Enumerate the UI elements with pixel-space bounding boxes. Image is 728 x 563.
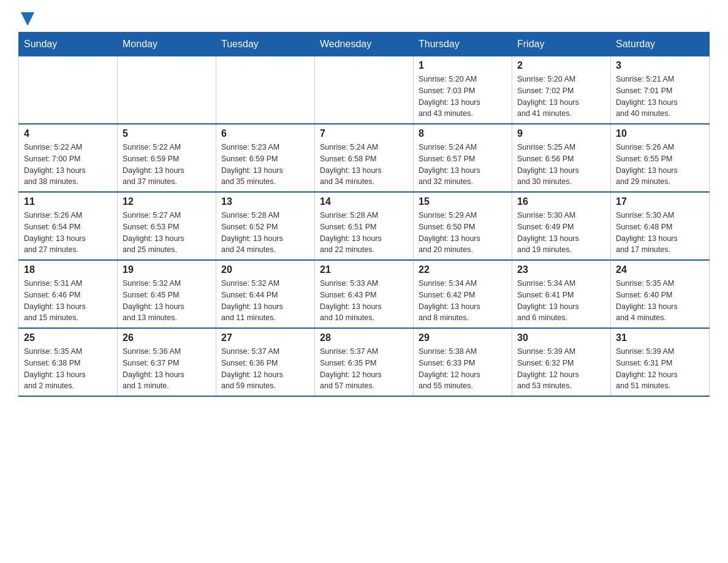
week-row-4: 18Sunrise: 5:31 AM Sunset: 6:46 PM Dayli… xyxy=(19,260,710,328)
day-number: 31 xyxy=(616,332,704,343)
day-info: Sunrise: 5:33 AM Sunset: 6:43 PM Dayligh… xyxy=(320,278,408,324)
logo-icon xyxy=(18,12,34,26)
day-cell: 20Sunrise: 5:32 AM Sunset: 6:44 PM Dayli… xyxy=(216,260,315,328)
week-row-3: 11Sunrise: 5:26 AM Sunset: 6:54 PM Dayli… xyxy=(19,192,710,260)
day-info: Sunrise: 5:29 AM Sunset: 6:50 PM Dayligh… xyxy=(419,210,507,256)
day-cell: 3Sunrise: 5:21 AM Sunset: 7:01 PM Daylig… xyxy=(611,56,710,124)
day-info: Sunrise: 5:30 AM Sunset: 6:48 PM Dayligh… xyxy=(616,210,704,256)
day-number: 14 xyxy=(320,196,408,207)
day-number: 5 xyxy=(123,128,211,139)
day-info: Sunrise: 5:26 AM Sunset: 6:55 PM Dayligh… xyxy=(616,142,704,188)
day-info: Sunrise: 5:28 AM Sunset: 6:51 PM Dayligh… xyxy=(320,210,408,256)
header-tuesday: Tuesday xyxy=(216,33,315,56)
day-info: Sunrise: 5:22 AM Sunset: 6:59 PM Dayligh… xyxy=(123,142,211,188)
header-wednesday: Wednesday xyxy=(315,33,414,56)
day-cell: 4Sunrise: 5:22 AM Sunset: 7:00 PM Daylig… xyxy=(19,124,118,192)
day-cell: 18Sunrise: 5:31 AM Sunset: 6:46 PM Dayli… xyxy=(19,260,118,328)
day-number: 1 xyxy=(419,60,507,71)
day-info: Sunrise: 5:35 AM Sunset: 6:40 PM Dayligh… xyxy=(616,278,704,324)
day-cell: 23Sunrise: 5:34 AM Sunset: 6:41 PM Dayli… xyxy=(512,260,611,328)
day-cell: 21Sunrise: 5:33 AM Sunset: 6:43 PM Dayli… xyxy=(315,260,414,328)
day-info: Sunrise: 5:35 AM Sunset: 6:38 PM Dayligh… xyxy=(24,346,112,392)
day-info: Sunrise: 5:39 AM Sunset: 6:32 PM Dayligh… xyxy=(517,346,605,392)
day-number: 6 xyxy=(221,128,309,139)
day-cell: 11Sunrise: 5:26 AM Sunset: 6:54 PM Dayli… xyxy=(19,192,118,260)
day-cell: 26Sunrise: 5:36 AM Sunset: 6:37 PM Dayli… xyxy=(118,328,216,396)
day-number: 10 xyxy=(616,128,704,139)
day-number: 24 xyxy=(616,264,704,275)
day-info: Sunrise: 5:28 AM Sunset: 6:52 PM Dayligh… xyxy=(221,210,309,256)
day-info: Sunrise: 5:20 AM Sunset: 7:03 PM Dayligh… xyxy=(419,74,507,120)
day-info: Sunrise: 5:38 AM Sunset: 6:33 PM Dayligh… xyxy=(419,346,507,392)
day-number: 8 xyxy=(419,128,507,139)
day-number: 29 xyxy=(419,332,507,343)
day-cell: 29Sunrise: 5:38 AM Sunset: 6:33 PM Dayli… xyxy=(414,328,512,396)
day-cell xyxy=(118,56,216,124)
day-number: 21 xyxy=(320,264,408,275)
day-info: Sunrise: 5:32 AM Sunset: 6:44 PM Dayligh… xyxy=(221,278,309,324)
day-info: Sunrise: 5:20 AM Sunset: 7:02 PM Dayligh… xyxy=(517,74,605,120)
header-thursday: Thursday xyxy=(414,33,512,56)
day-number: 23 xyxy=(517,264,605,275)
svg-marker-0 xyxy=(21,12,34,26)
day-info: Sunrise: 5:26 AM Sunset: 6:54 PM Dayligh… xyxy=(24,210,112,256)
day-cell: 2Sunrise: 5:20 AM Sunset: 7:02 PM Daylig… xyxy=(512,56,611,124)
day-cell: 13Sunrise: 5:28 AM Sunset: 6:52 PM Dayli… xyxy=(216,192,315,260)
header-friday: Friday xyxy=(512,33,611,56)
day-info: Sunrise: 5:25 AM Sunset: 6:56 PM Dayligh… xyxy=(517,142,605,188)
day-number: 27 xyxy=(221,332,309,343)
day-info: Sunrise: 5:32 AM Sunset: 6:45 PM Dayligh… xyxy=(123,278,211,324)
day-cell xyxy=(216,56,315,124)
day-number: 16 xyxy=(517,196,605,207)
day-cell: 7Sunrise: 5:24 AM Sunset: 6:58 PM Daylig… xyxy=(315,124,414,192)
day-info: Sunrise: 5:36 AM Sunset: 6:37 PM Dayligh… xyxy=(123,346,211,392)
day-cell: 8Sunrise: 5:24 AM Sunset: 6:57 PM Daylig… xyxy=(414,124,512,192)
calendar-header-row: SundayMondayTuesdayWednesdayThursdayFrid… xyxy=(19,33,710,56)
day-cell: 22Sunrise: 5:34 AM Sunset: 6:42 PM Dayli… xyxy=(414,260,512,328)
week-row-2: 4Sunrise: 5:22 AM Sunset: 7:00 PM Daylig… xyxy=(19,124,710,192)
day-cell: 1Sunrise: 5:20 AM Sunset: 7:03 PM Daylig… xyxy=(414,56,512,124)
day-info: Sunrise: 5:37 AM Sunset: 6:36 PM Dayligh… xyxy=(221,346,309,392)
day-info: Sunrise: 5:24 AM Sunset: 6:58 PM Dayligh… xyxy=(320,142,408,188)
day-cell: 15Sunrise: 5:29 AM Sunset: 6:50 PM Dayli… xyxy=(414,192,512,260)
calendar-table: SundayMondayTuesdayWednesdayThursdayFrid… xyxy=(18,32,710,397)
day-number: 26 xyxy=(123,332,211,343)
week-row-1: 1Sunrise: 5:20 AM Sunset: 7:03 PM Daylig… xyxy=(19,56,710,124)
day-number: 4 xyxy=(24,128,112,139)
day-info: Sunrise: 5:30 AM Sunset: 6:49 PM Dayligh… xyxy=(517,210,605,256)
day-cell: 17Sunrise: 5:30 AM Sunset: 6:48 PM Dayli… xyxy=(611,192,710,260)
day-number: 15 xyxy=(419,196,507,207)
day-number: 11 xyxy=(24,196,112,207)
day-number: 2 xyxy=(517,60,605,71)
day-cell: 19Sunrise: 5:32 AM Sunset: 6:45 PM Dayli… xyxy=(118,260,216,328)
day-number: 28 xyxy=(320,332,408,343)
day-info: Sunrise: 5:37 AM Sunset: 6:35 PM Dayligh… xyxy=(320,346,408,392)
day-cell: 6Sunrise: 5:23 AM Sunset: 6:59 PM Daylig… xyxy=(216,124,315,192)
day-info: Sunrise: 5:21 AM Sunset: 7:01 PM Dayligh… xyxy=(616,74,704,120)
day-info: Sunrise: 5:31 AM Sunset: 6:46 PM Dayligh… xyxy=(24,278,112,324)
week-row-5: 25Sunrise: 5:35 AM Sunset: 6:38 PM Dayli… xyxy=(19,328,710,396)
day-number: 12 xyxy=(123,196,211,207)
day-number: 25 xyxy=(24,332,112,343)
day-info: Sunrise: 5:24 AM Sunset: 6:57 PM Dayligh… xyxy=(419,142,507,188)
day-cell: 25Sunrise: 5:35 AM Sunset: 6:38 PM Dayli… xyxy=(19,328,118,396)
day-number: 18 xyxy=(24,264,112,275)
header-monday: Monday xyxy=(118,33,216,56)
day-info: Sunrise: 5:34 AM Sunset: 6:41 PM Dayligh… xyxy=(517,278,605,324)
day-cell: 10Sunrise: 5:26 AM Sunset: 6:55 PM Dayli… xyxy=(611,124,710,192)
day-cell: 30Sunrise: 5:39 AM Sunset: 6:32 PM Dayli… xyxy=(512,328,611,396)
day-info: Sunrise: 5:39 AM Sunset: 6:31 PM Dayligh… xyxy=(616,346,704,392)
day-number: 13 xyxy=(221,196,309,207)
day-cell xyxy=(315,56,414,124)
page-header xyxy=(18,12,710,26)
day-cell: 14Sunrise: 5:28 AM Sunset: 6:51 PM Dayli… xyxy=(315,192,414,260)
day-info: Sunrise: 5:23 AM Sunset: 6:59 PM Dayligh… xyxy=(221,142,309,188)
day-cell: 27Sunrise: 5:37 AM Sunset: 6:36 PM Dayli… xyxy=(216,328,315,396)
day-cell: 9Sunrise: 5:25 AM Sunset: 6:56 PM Daylig… xyxy=(512,124,611,192)
day-number: 17 xyxy=(616,196,704,207)
day-number: 19 xyxy=(123,264,211,275)
day-cell: 16Sunrise: 5:30 AM Sunset: 6:49 PM Dayli… xyxy=(512,192,611,260)
day-cell: 12Sunrise: 5:27 AM Sunset: 6:53 PM Dayli… xyxy=(118,192,216,260)
day-number: 20 xyxy=(221,264,309,275)
day-info: Sunrise: 5:27 AM Sunset: 6:53 PM Dayligh… xyxy=(123,210,211,256)
